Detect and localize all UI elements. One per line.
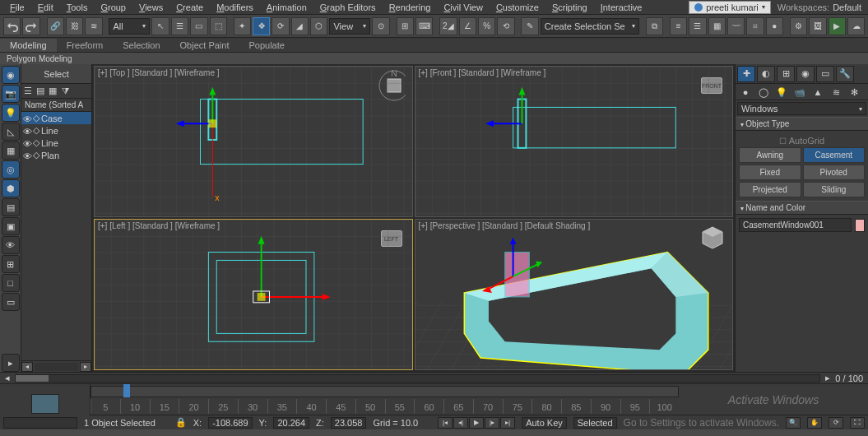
scale-btn[interactable]: ◢ <box>291 17 309 35</box>
se-funnel-icon[interactable]: ⧩ <box>59 85 71 96</box>
material-btn[interactable]: ● <box>766 17 783 35</box>
nav-max[interactable]: ⛶ <box>850 417 865 429</box>
mirror-btn[interactable]: ⧉ <box>646 17 663 35</box>
select-region-btn[interactable]: ▭ <box>190 17 207 35</box>
se-hscroll[interactable] <box>35 363 78 371</box>
nav-orbit[interactable]: ⟳ <box>829 417 843 429</box>
autogrid-check[interactable]: ☐ AutoGrid <box>739 134 865 147</box>
lt-x2[interactable]: □ <box>2 274 20 292</box>
link-btn[interactable]: 🔗 <box>47 17 64 35</box>
editnamed-btn[interactable]: ✎ <box>521 17 538 35</box>
eye-icon[interactable]: 👁 <box>23 114 31 123</box>
viewport-left[interactable]: [+] [Left ] [Standard ] [Wireframe ] LEF… <box>94 219 413 370</box>
layers-btn[interactable]: ☰ <box>689 17 706 35</box>
btn-pivoted[interactable]: Pivoted <box>803 165 866 180</box>
undo-btn[interactable] <box>3 17 21 35</box>
schematic-btn[interactable]: ⌗ <box>746 17 764 35</box>
systems-icon[interactable]: ✻ <box>846 86 862 99</box>
menu-interactive[interactable]: Interactive <box>594 1 649 14</box>
rotate-btn[interactable]: ⟳ <box>272 17 289 35</box>
lt-display[interactable]: ▣ <box>2 217 20 235</box>
btn-awning[interactable]: Awning <box>739 147 801 163</box>
menu-edit[interactable]: Edit <box>31 1 60 14</box>
lt-space[interactable]: ◎ <box>2 160 20 179</box>
viewport-front[interactable]: [+] [Front ] [Standard ] [Wireframe ] FR… <box>415 66 734 217</box>
lt-expand[interactable]: ▸ <box>2 354 20 372</box>
se-scroll-left[interactable]: ◂ <box>21 362 33 372</box>
lt-systems[interactable]: ⬢ <box>2 179 20 197</box>
vp-persp-label[interactable]: [+] [Perspective ] [Standard ] [Default … <box>419 221 591 230</box>
scene-filter-label[interactable]: Name (Sorted A <box>21 99 91 112</box>
btn-fixed[interactable]: Fixed <box>739 165 801 180</box>
geom-icon[interactable]: ● <box>737 86 754 99</box>
ref-coord-combo[interactable]: View▾ <box>329 18 370 35</box>
window-crossing-btn[interactable]: ⬚ <box>210 17 227 35</box>
time-slider[interactable] <box>123 384 130 397</box>
display-tab[interactable]: ▭ <box>816 66 834 82</box>
hierarchy-tab[interactable]: ⊞ <box>777 66 795 82</box>
lock-icon[interactable]: 🔒 <box>175 417 187 428</box>
vp-front-label[interactable]: [+] [Front ] [Standard ] [Wireframe ] <box>419 68 546 77</box>
select-name-btn[interactable]: ☰ <box>171 17 188 35</box>
move-btn[interactable]: ✥ <box>253 17 270 35</box>
object-name-input[interactable] <box>739 218 852 232</box>
category-combo[interactable]: Windows▾ <box>737 102 866 115</box>
modify-tab[interactable]: ◐ <box>757 66 775 82</box>
align-btn[interactable]: ≡ <box>670 17 687 35</box>
menu-civilview[interactable]: Civil View <box>437 1 489 14</box>
menu-customize[interactable]: Customize <box>490 1 545 14</box>
menu-scripting[interactable]: Scripting <box>545 1 594 14</box>
pivot-btn[interactable]: ⊙ <box>372 17 389 35</box>
ribbon-objectpaint[interactable]: Object Paint <box>170 39 239 52</box>
coord-z[interactable]: 23.058 <box>331 417 367 429</box>
timeline-track[interactable]: 5101520253035404550556065707580859095100 <box>91 384 679 415</box>
eye-icon[interactable]: 👁 <box>23 139 31 147</box>
redo-btn[interactable] <box>22 17 39 35</box>
menu-modifiers[interactable]: Modifiers <box>210 1 260 14</box>
render-online-btn[interactable]: ☁ <box>847 17 865 35</box>
eye-icon[interactable]: 👁 <box>23 127 31 135</box>
helpers-icon[interactable]: ▲ <box>810 86 826 99</box>
coord-y[interactable]: 20.264 <box>273 417 309 429</box>
vp-top-label[interactable]: [+] [Top ] [Standard ] [Wireframe ] <box>98 68 220 77</box>
next-frame-btn[interactable]: |▸ <box>485 417 499 429</box>
coord-x[interactable]: -108.689 <box>208 417 252 429</box>
menu-animation[interactable]: Animation <box>260 1 313 14</box>
ribbon-selection[interactable]: Selection <box>113 39 169 52</box>
keymode-combo[interactable]: Selected <box>573 417 617 429</box>
select-btn[interactable]: ↖ <box>151 17 169 35</box>
selection-filter[interactable]: All▾ <box>109 18 150 35</box>
workspace-value[interactable]: Default <box>833 2 861 12</box>
autokey-btn[interactable]: Auto Key <box>522 417 567 429</box>
shapes-icon[interactable]: ◯ <box>755 86 772 99</box>
space-icon[interactable]: ≋ <box>828 86 844 99</box>
toggle-ribbon-btn[interactable]: ▦ <box>708 17 726 35</box>
spinner-snap-btn[interactable]: ⟲ <box>497 17 514 35</box>
menu-file[interactable]: File <box>3 1 31 14</box>
scene-item-plan[interactable]: 👁◇ Plan <box>21 149 91 161</box>
lt-util[interactable]: 👁 <box>2 236 20 254</box>
se-tool1[interactable]: ☰ <box>22 85 34 96</box>
cameras-icon[interactable]: 📹 <box>791 86 808 99</box>
angle-snap-btn[interactable]: ∠ <box>459 17 476 35</box>
lt-light[interactable]: 💡 <box>2 104 20 122</box>
lights-icon[interactable]: 💡 <box>773 86 790 99</box>
lt-camera[interactable]: 📷 <box>2 85 20 103</box>
scene-item-line2[interactable]: 👁◇ Line <box>21 137 91 149</box>
curve-editor-btn[interactable]: 〰 <box>727 17 745 35</box>
object-color-swatch[interactable] <box>855 219 865 232</box>
placement-btn[interactable]: ⬡ <box>310 17 327 35</box>
menu-tools[interactable]: Tools <box>60 1 95 14</box>
goto-end-btn[interactable]: ▸| <box>500 417 515 429</box>
render-frame-btn[interactable]: 🖼 <box>809 17 826 35</box>
menu-create[interactable]: Create <box>169 1 210 14</box>
keymode-btn[interactable]: ⌨ <box>415 17 433 35</box>
menu-rendering[interactable]: Rendering <box>383 1 438 14</box>
utilities-tab[interactable]: 🔧 <box>836 66 854 82</box>
rollout-object-type[interactable]: Object Type <box>736 117 868 131</box>
lt-helpers[interactable]: ▦ <box>2 141 20 160</box>
viewport-perspective[interactable]: [+] [Perspective ] [Standard ] [Default … <box>415 219 734 370</box>
eye-icon[interactable]: 👁 <box>23 151 31 160</box>
ribbon-modeling[interactable]: Modeling <box>0 39 57 52</box>
se-tool3[interactable]: ▦ <box>47 85 58 96</box>
